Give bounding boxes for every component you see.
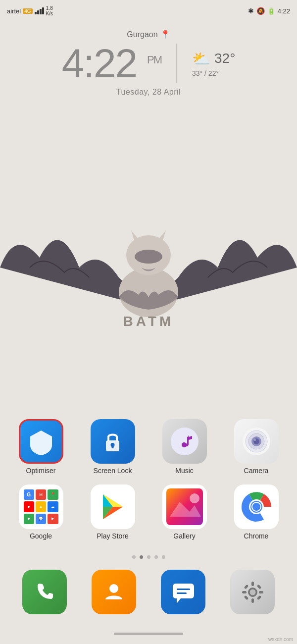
watermark: wsxdn.com — [268, 637, 293, 642]
svg-point-33 — [252, 503, 260, 511]
weather-widget: Gurgaon 📍 4:22 PM ⛅ 32° 33° / 22° Tuesda… — [0, 30, 297, 97]
app-row-1: Optimiser Screen Lock — [5, 419, 292, 475]
signal-icon — [35, 7, 44, 14]
app-music[interactable]: Music — [155, 419, 214, 475]
svg-rect-45 — [244, 584, 248, 589]
chrome-label: Chrome — [244, 532, 269, 540]
dot-3[interactable] — [147, 555, 150, 559]
page-dots — [0, 555, 297, 559]
big-time: 4:22 PM — [62, 43, 161, 84]
dock-messages[interactable] — [153, 570, 213, 614]
svg-rect-38 — [177, 592, 187, 594]
network-type: 4G — [23, 8, 32, 14]
dock-settings[interactable] — [223, 570, 282, 614]
home-indicator[interactable] — [114, 633, 183, 635]
optimiser-icon-wrapper — [19, 419, 63, 464]
app-screenlock[interactable]: Screen Lock — [83, 419, 143, 475]
weather-location: Gurgaon 📍 — [0, 30, 297, 39]
weather-info: ⛅ 32° 33° / 22° — [192, 50, 235, 77]
app-grid: Optimiser Screen Lock — [0, 419, 297, 550]
chrome-icon-wrapper — [234, 484, 279, 529]
playstore-label: Play Store — [97, 532, 129, 540]
status-left: airtel 4G 1.8K/s — [7, 5, 53, 16]
dock-phone[interactable] — [15, 570, 74, 614]
optimiser-label: Optimiser — [26, 467, 56, 475]
dock — [0, 570, 297, 614]
messages-icon-wrapper — [161, 570, 205, 614]
temp-range: 33° / 22° — [192, 69, 219, 77]
svg-point-27 — [190, 493, 199, 503]
settings-icon-wrapper — [230, 570, 275, 614]
svg-rect-37 — [177, 589, 190, 590]
contacts-icon-wrapper — [92, 570, 136, 614]
app-playstore[interactable]: Play Store — [83, 484, 143, 540]
dock-contacts[interactable] — [84, 570, 144, 614]
svg-rect-35 — [173, 584, 194, 598]
clock-label: 4:22 — [278, 7, 290, 15]
app-chrome[interactable]: Chrome — [227, 484, 286, 540]
svg-rect-43 — [242, 591, 247, 593]
gallery-label: Gallery — [173, 532, 195, 540]
status-right: ✱ 🔕 🔋 4:22 — [248, 7, 290, 15]
music-icon-wrapper — [162, 419, 207, 464]
screenlock-icon-wrapper — [91, 419, 135, 464]
dot-2[interactable] — [140, 555, 143, 559]
svg-point-34 — [109, 584, 118, 593]
status-bar: airtel 4G 1.8K/s ✱ 🔕 🔋 4:22 — [0, 0, 297, 22]
app-gallery[interactable]: Gallery — [155, 484, 214, 540]
time-divider — [176, 44, 177, 83]
carrier-label: airtel — [7, 7, 21, 15]
cloud-sun-icon: ⛅ — [192, 50, 210, 67]
svg-rect-48 — [256, 595, 261, 600]
svg-point-11 — [182, 442, 187, 447]
phone-icon-wrapper — [22, 570, 67, 614]
google-icon-wrapper: G M 📍 ▶ ▲ ☁ ▶ 💬 ▶ — [19, 484, 63, 529]
svg-rect-46 — [256, 584, 261, 589]
music-label: Music — [175, 467, 194, 475]
svg-rect-7 — [112, 445, 114, 448]
batm-label: BATM — [123, 314, 174, 329]
batman-illustration: BATM — [0, 168, 297, 347]
weather-date: Tuesday, 28 April — [0, 88, 297, 97]
dot-5[interactable] — [162, 555, 165, 559]
gallery-icon-wrapper — [162, 484, 207, 529]
temperature: 32° — [214, 51, 235, 66]
battery-icon: 🔋 — [267, 7, 275, 15]
svg-point-4 — [135, 250, 162, 264]
ampm: PM — [147, 54, 161, 66]
svg-rect-44 — [259, 591, 263, 593]
google-label: Google — [30, 532, 52, 540]
notification-icon: 🔕 — [256, 7, 265, 15]
svg-point-10 — [171, 428, 198, 455]
svg-point-40 — [249, 589, 255, 595]
camera-label: Camera — [244, 467, 269, 475]
dot-4[interactable] — [154, 555, 158, 559]
dot-1[interactable] — [132, 555, 136, 559]
svg-rect-41 — [251, 582, 254, 586]
svg-point-17 — [254, 439, 256, 441]
weather-time-row: 4:22 PM ⛅ 32° 33° / 22° — [0, 43, 297, 84]
speed-label: 1.8K/s — [46, 5, 53, 16]
screenlock-label: Screen Lock — [94, 467, 132, 475]
app-camera[interactable]: Camera — [227, 419, 286, 475]
app-optimiser[interactable]: Optimiser — [11, 419, 71, 475]
svg-rect-47 — [244, 595, 248, 600]
bluetooth-icon: ✱ — [248, 7, 254, 15]
playstore-icon-wrapper — [91, 484, 135, 529]
app-row-2: G M 📍 ▶ ▲ ☁ ▶ 💬 ▶ Google — [5, 484, 292, 540]
svg-marker-36 — [177, 598, 181, 603]
location-pin-icon: 📍 — [160, 30, 170, 39]
app-google[interactable]: G M 📍 ▶ ▲ ☁ ▶ 💬 ▶ Google — [11, 484, 71, 540]
svg-rect-42 — [251, 598, 254, 603]
camera-icon-wrapper — [234, 419, 279, 464]
